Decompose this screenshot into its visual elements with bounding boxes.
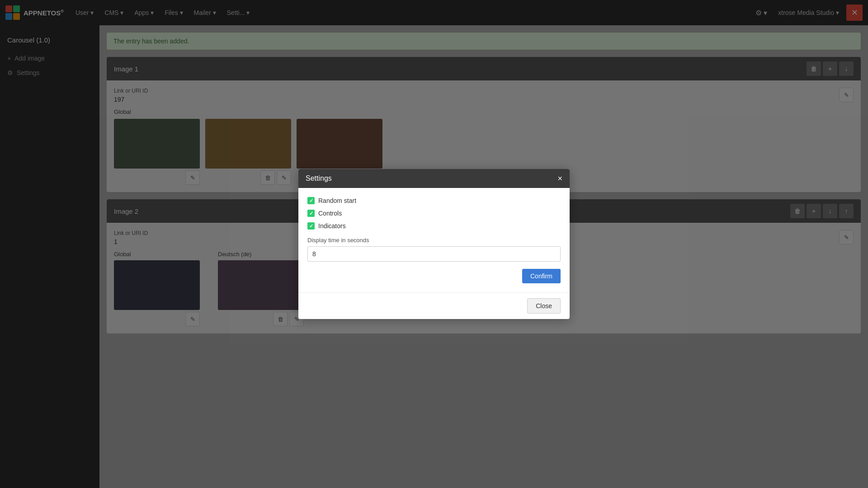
checkbox-controls[interactable] <box>307 210 315 217</box>
modal-title: Settings <box>306 174 332 183</box>
display-time-group: Display time in seconds <box>307 237 561 262</box>
modal-body: Random start Controls Indicators Display… <box>298 188 570 292</box>
checkbox-random-start-row: Random start <box>307 197 561 204</box>
modal-close-button[interactable]: × <box>557 174 562 183</box>
settings-modal: Settings × Random start Controls Indicat… <box>298 169 570 319</box>
checkbox-random-start[interactable] <box>307 197 315 204</box>
display-time-label: Display time in seconds <box>307 237 561 244</box>
modal-header: Settings × <box>298 169 570 188</box>
checkbox-controls-row: Controls <box>307 210 561 217</box>
modal-confirm-row: Confirm <box>307 269 561 283</box>
modal-footer: Close <box>298 292 570 319</box>
checkbox-indicators-row: Indicators <box>307 222 561 230</box>
confirm-button[interactable]: Confirm <box>522 269 561 283</box>
checkbox-indicators-label: Indicators <box>318 222 346 230</box>
modal-footer-close-button[interactable]: Close <box>527 298 561 314</box>
checkbox-controls-label: Controls <box>318 210 342 217</box>
display-time-input[interactable] <box>307 246 561 262</box>
checkbox-random-start-label: Random start <box>318 197 356 204</box>
checkbox-indicators[interactable] <box>307 222 315 230</box>
modal-overlay: Settings × Random start Controls Indicat… <box>0 0 868 488</box>
